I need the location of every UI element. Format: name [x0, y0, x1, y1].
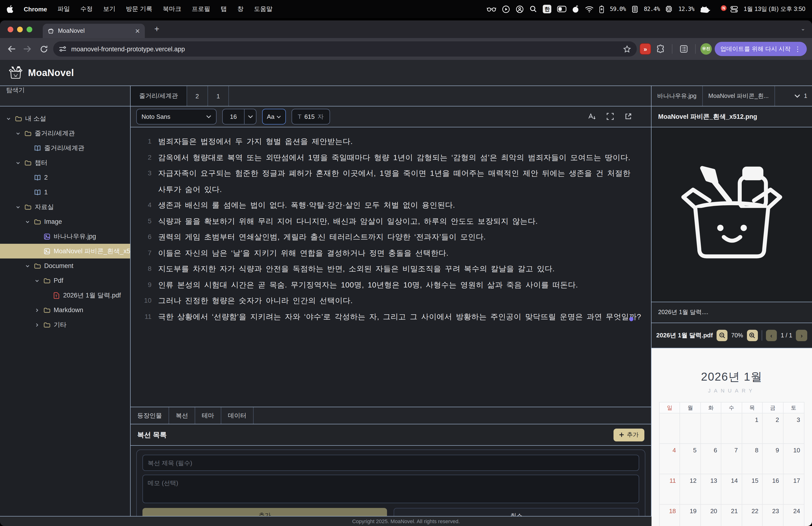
- chevron-down-icon[interactable]: [24, 263, 31, 269]
- user-icon[interactable]: [516, 5, 524, 13]
- preview-tab-favicon[interactable]: MoaNovel 파비콘_흰...: [702, 86, 775, 106]
- app-title[interactable]: MoaNovel: [28, 67, 74, 78]
- editor-tab-2[interactable]: 2: [187, 86, 208, 106]
- editor-tab-1[interactable]: 1: [208, 86, 229, 106]
- menu-profiles[interactable]: 프로필: [192, 5, 211, 13]
- preview-tab-banana[interactable]: 바나나우유.jpg: [652, 86, 702, 106]
- back-icon[interactable]: [5, 42, 18, 56]
- play-icon[interactable]: [502, 5, 510, 13]
- chevron-down-icon[interactable]: [14, 160, 22, 166]
- search-icon[interactable]: [530, 5, 537, 13]
- text-style-select[interactable]: Aa: [262, 109, 286, 125]
- chevron-down-icon[interactable]: [795, 94, 800, 98]
- menu-bookmarks[interactable]: 북마크: [163, 5, 182, 13]
- tree-item-etc-folder[interactable]: 기타: [0, 317, 130, 332]
- menu-edit[interactable]: 수정: [80, 5, 92, 13]
- tab-themes[interactable]: 테마: [195, 407, 221, 424]
- next-page-button[interactable]: ›: [796, 330, 807, 341]
- chevron-down-icon[interactable]: [14, 130, 22, 136]
- tab-data[interactable]: 데이터: [221, 407, 253, 424]
- browser-tab[interactable]: MoaNovel ✕: [43, 24, 145, 38]
- minimize-window-button[interactable]: [17, 26, 23, 32]
- chevron-down-icon[interactable]: [14, 204, 22, 210]
- tree-item-markdown-folder[interactable]: Markdown: [0, 303, 130, 317]
- ime-korean-icon[interactable]: 한: [543, 5, 551, 13]
- reload-icon[interactable]: [37, 42, 50, 56]
- tree-item-chapter-2[interactable]: 2: [0, 170, 130, 185]
- menu-file[interactable]: 파일: [57, 5, 70, 13]
- pdf-file-icon: T: [53, 292, 61, 299]
- previous-page-button[interactable]: ‹: [766, 330, 777, 341]
- pdf-tab[interactable]: 2026년 1월 달력....: [652, 302, 812, 323]
- tree-item-chapters-folder[interactable]: 챕터: [0, 155, 130, 170]
- site-settings-icon[interactable]: [59, 46, 67, 52]
- menu-history[interactable]: 방문 기록: [126, 5, 152, 13]
- tree-item-library-folder[interactable]: 자료실: [0, 200, 130, 214]
- menu-tab[interactable]: 탭: [221, 5, 227, 13]
- chevron-right-icon[interactable]: [33, 307, 41, 313]
- tree-item-pdf-folder[interactable]: Pdf: [0, 273, 130, 288]
- display-toggle-icon[interactable]: [557, 6, 566, 12]
- tree-item-plot-folder[interactable]: 줄거리/세계관: [0, 126, 130, 141]
- font-size-select[interactable]: 16: [222, 109, 257, 125]
- wifi-icon[interactable]: [585, 6, 594, 12]
- tree-item-my-novel[interactable]: 내 소설: [0, 111, 130, 126]
- close-window-button[interactable]: [8, 26, 13, 32]
- tree-item-favicon-png[interactable]: MoaNovel 파비콘_흰색_x512.png: [0, 244, 130, 258]
- bomb-icon[interactable]: [572, 5, 579, 13]
- battery-icon[interactable]: [599, 5, 604, 13]
- cat-icon[interactable]: [700, 5, 710, 13]
- address-bar[interactable]: moanovel-frontend-prototype.vercel.app: [53, 41, 637, 57]
- extensions-puzzle-icon[interactable]: [654, 42, 667, 56]
- fullscreen-icon[interactable]: [606, 113, 614, 121]
- memory-icon[interactable]: [632, 5, 638, 13]
- editor-text-area[interactable]: 1범죄자들은 법정에서 두 가지 형벌 옵션을 제안받는다. 2감옥에서 형량대…: [131, 127, 651, 407]
- bookmark-star-icon[interactable]: [623, 45, 631, 53]
- foreshadowing-title-input[interactable]: [143, 455, 639, 471]
- font-decrease-icon[interactable]: [588, 113, 596, 121]
- url-text[interactable]: moanovel-frontend-prototype.vercel.app: [71, 45, 618, 53]
- zoom-in-button[interactable]: [747, 330, 758, 341]
- control-center-icon[interactable]: [730, 5, 738, 13]
- chevron-right-icon[interactable]: [33, 322, 41, 328]
- tree-item-chapter-1[interactable]: 1: [0, 185, 130, 200]
- tree-item-image-folder[interactable]: Image: [0, 214, 130, 229]
- tree-item-calendar-pdf[interactable]: T2026년 1월 달력.pdf: [0, 288, 130, 303]
- tab-foreshadowing[interactable]: 복선: [169, 407, 195, 424]
- tab-characters[interactable]: 등장인물: [131, 407, 169, 424]
- menu-view[interactable]: 보기: [103, 5, 115, 13]
- tree-item-plot-doc[interactable]: 줄거리/세계관: [0, 141, 130, 155]
- calendar-subtitle: JANUARY: [652, 388, 812, 394]
- tab-search-icon[interactable]: ⌄: [801, 25, 806, 32]
- reading-list-icon[interactable]: [677, 42, 691, 56]
- foreshadowing-memo-input[interactable]: [143, 475, 639, 503]
- glasses-icon[interactable]: [487, 6, 496, 12]
- kakaotalk-icon[interactable]: N: [716, 5, 725, 13]
- zoom-out-button[interactable]: [716, 330, 727, 341]
- menubar-app-name[interactable]: Chrome: [24, 5, 47, 13]
- pdf-file-name: 2026년 1월 달력.pdf: [656, 331, 713, 340]
- close-tab-icon[interactable]: ✕: [135, 27, 140, 34]
- chevron-down-icon[interactable]: [24, 219, 31, 225]
- forward-icon[interactable]: [21, 42, 34, 56]
- tree-item-document-folder[interactable]: Document: [0, 258, 130, 273]
- chrome-update-button[interactable]: 업데이트를 위해 다시 시작 ⋮: [715, 42, 807, 56]
- zoom-window-button[interactable]: [27, 26, 32, 32]
- open-external-icon[interactable]: [624, 113, 632, 121]
- apple-icon[interactable]: [6, 5, 13, 13]
- menu-help[interactable]: 도움말: [254, 5, 273, 13]
- menubar-clock[interactable]: 1월 13일 (화) 오후 3:50: [744, 5, 806, 13]
- menu-window[interactable]: 창: [237, 5, 244, 13]
- chevron-down-icon[interactable]: [33, 278, 41, 283]
- adblock-extension-icon[interactable]: »: [640, 43, 651, 55]
- chevron-down-icon[interactable]: [5, 116, 12, 122]
- profile-avatar[interactable]: 유진: [700, 43, 712, 55]
- cpu-icon[interactable]: [666, 5, 673, 13]
- add-foreshadowing-button[interactable]: 추가: [613, 428, 644, 441]
- browser-menu-icon[interactable]: ⋮: [795, 45, 801, 53]
- new-tab-button[interactable]: +: [151, 22, 162, 38]
- font-family-select[interactable]: Noto Sans: [136, 109, 217, 125]
- pdf-page-preview[interactable]: 2026년 1월 JANUARY 일월화수목금토 123 45678910 11…: [652, 348, 812, 526]
- editor-tab-story[interactable]: 줄거리/세계관: [131, 86, 187, 106]
- tree-item-banana-jpg[interactable]: 바나나우유.jpg: [0, 229, 130, 244]
